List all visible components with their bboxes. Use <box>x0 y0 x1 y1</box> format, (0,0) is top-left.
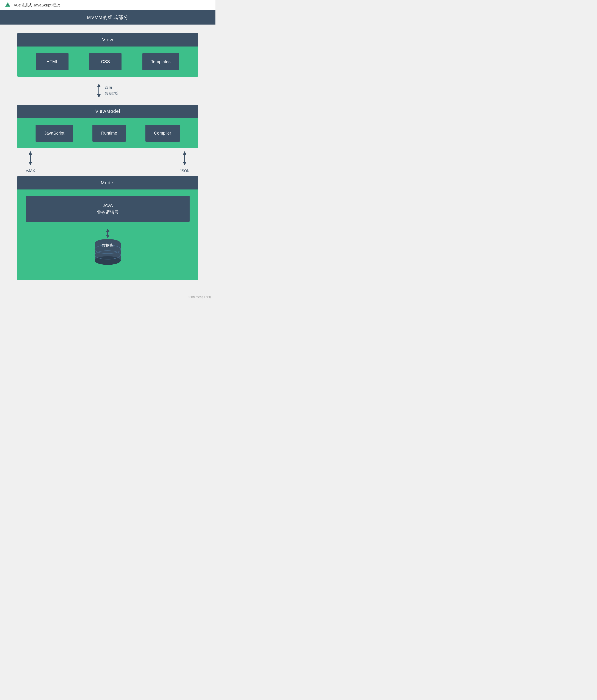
svg-marker-6 <box>29 151 32 155</box>
footer: CSDN 中程进上大海 <box>0 293 215 301</box>
svg-marker-3 <box>97 83 101 87</box>
header: Vue渐进式 JavaScript 框架 <box>0 0 215 10</box>
db-arrow-icon <box>105 228 111 239</box>
ajax-arrow-icon <box>27 151 33 166</box>
view-section-body: HTML CSS Templates <box>17 47 198 77</box>
page-title-bar: MVVM的组成部分 <box>0 10 215 25</box>
svg-rect-13 <box>107 231 108 235</box>
main-content: View HTML CSS Templates 双向 数据 <box>0 25 215 293</box>
viewmodel-section-header: ViewModel <box>17 105 198 118</box>
viewmodel-section-body: JavaScript Runtime Compiler <box>17 118 198 148</box>
database-shape: 数据库 <box>93 239 123 274</box>
model-section: Model JAVA 业务逻辑层 <box>17 176 198 280</box>
model-section-body: JAVA 业务逻辑层 <box>17 190 198 280</box>
view-item-css: CSS <box>89 53 121 70</box>
bidirectional-arrow-connector: 双向 数据绑定 <box>17 81 198 100</box>
database-icon <box>93 239 123 267</box>
svg-rect-7 <box>30 154 31 162</box>
svg-marker-8 <box>29 162 32 165</box>
vue-logo-icon <box>4 2 11 8</box>
svg-rect-4 <box>98 86 99 94</box>
json-label: JSON <box>180 168 190 174</box>
svg-rect-10 <box>184 154 185 162</box>
svg-marker-9 <box>183 151 186 155</box>
page-title: MVVM的组成部分 <box>87 15 128 20</box>
bidirectional-arrow-icon <box>96 83 102 98</box>
view-section: View HTML CSS Templates <box>17 33 198 77</box>
bidirectional-arrow-label: 双向 数据绑定 <box>105 85 120 97</box>
db-container: 数据库 <box>93 228 123 274</box>
svg-point-17 <box>95 256 121 265</box>
view-section-header: View <box>17 33 198 47</box>
viewmodel-item-javascript: JavaScript <box>35 125 73 142</box>
json-arrow-icon <box>182 151 188 166</box>
svg-marker-12 <box>106 229 110 232</box>
viewmodel-section: ViewModel JavaScript Runtime Compiler <box>17 105 198 148</box>
json-arrow-group: JSON <box>180 151 190 174</box>
svg-marker-14 <box>106 235 110 238</box>
header-title: Vue渐进式 JavaScript 框架 <box>14 3 60 8</box>
viewmodel-item-compiler: Compiler <box>145 125 180 142</box>
view-item-html: HTML <box>36 53 69 70</box>
bottom-arrows-row: AJAX JSON <box>17 152 198 172</box>
footer-text: CSDN 中程进上大海 <box>188 296 211 299</box>
svg-marker-5 <box>97 94 101 98</box>
model-section-header: Model <box>17 176 198 190</box>
ajax-label: AJAX <box>26 168 35 174</box>
ajax-arrow-group: AJAX <box>26 151 35 174</box>
svg-marker-11 <box>183 162 186 165</box>
java-box: JAVA 业务逻辑层 <box>26 196 190 222</box>
view-item-templates: Templates <box>142 53 179 70</box>
viewmodel-item-runtime: Runtime <box>92 125 126 142</box>
